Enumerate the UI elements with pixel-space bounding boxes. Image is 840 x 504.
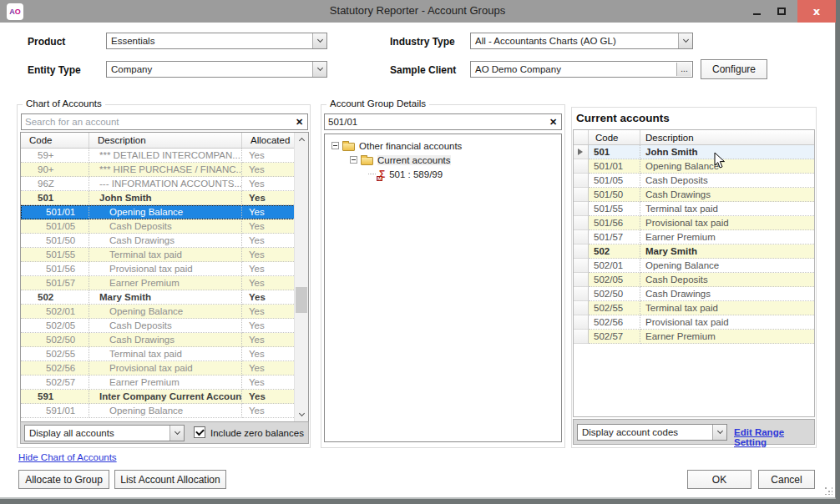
row-selector[interactable] bbox=[574, 330, 589, 344]
configure-button[interactable]: Configure bbox=[701, 59, 767, 79]
product-select[interactable]: Essentials bbox=[106, 33, 327, 49]
table-row[interactable]: 591Inter Company Current Accoun...Yes bbox=[21, 390, 308, 404]
table-row[interactable]: 501/05Cash DepositsYes bbox=[21, 219, 308, 234]
row-selector[interactable] bbox=[574, 273, 589, 287]
table-row[interactable]: 501/01Opening BalanceYes bbox=[21, 205, 308, 219]
cell-description: Terminal tax paid bbox=[89, 347, 242, 361]
sample-client-field[interactable]: AO Demo Company ... bbox=[470, 61, 693, 78]
allocate-to-group-button[interactable]: Allocate to Group bbox=[18, 470, 109, 489]
hide-chart-of-accounts-link[interactable]: Hide Chart of Accounts bbox=[18, 452, 117, 462]
row-selector[interactable] bbox=[574, 159, 589, 174]
ok-button[interactable]: OK bbox=[687, 470, 751, 489]
resize-grip[interactable] bbox=[824, 486, 832, 495]
row-selector[interactable] bbox=[574, 202, 589, 216]
column-header-allocated[interactable]: Allocated bbox=[242, 133, 294, 148]
vertical-scrollbar[interactable] bbox=[294, 133, 308, 421]
table-row[interactable]: 501/56Provisional tax paidYes bbox=[21, 262, 308, 276]
clear-filter-icon[interactable]: ✕ bbox=[546, 115, 560, 129]
cell-code: 502/55 bbox=[589, 301, 640, 315]
row-selector[interactable] bbox=[574, 259, 589, 273]
table-row[interactable]: 502/01Opening BalanceYes bbox=[21, 305, 308, 319]
row-selector[interactable] bbox=[574, 315, 589, 330]
table-row[interactable]: 501/55Terminal tax paidYes bbox=[21, 248, 308, 262]
edit-range-setting-link[interactable]: Edit Range Setting bbox=[734, 427, 814, 447]
table-row[interactable]: 502/01Opening Balance bbox=[574, 259, 814, 273]
table-row[interactable]: 501/05Cash Deposits bbox=[574, 174, 814, 188]
industry-type-select[interactable]: All - Accountants Charts (AO GL) bbox=[470, 33, 693, 49]
table-row[interactable]: 502/05Cash Deposits bbox=[574, 273, 814, 287]
column-header-description[interactable]: Description bbox=[640, 130, 814, 144]
table-row[interactable]: 502/57Earner Premium bbox=[574, 330, 814, 344]
row-selector[interactable] bbox=[574, 188, 589, 202]
account-search-box[interactable]: ✕ bbox=[21, 113, 308, 130]
cell-code: 502/57 bbox=[21, 375, 89, 390]
cell-code: 502/57 bbox=[589, 330, 640, 344]
group-filter-box[interactable]: ✕ bbox=[324, 113, 562, 130]
table-row[interactable]: 501/50Cash Drawings bbox=[574, 188, 814, 202]
table-row[interactable]: 501/50Cash DrawingsYes bbox=[21, 234, 308, 248]
scrollbar-thumb[interactable] bbox=[296, 287, 307, 313]
row-selector[interactable] bbox=[574, 230, 589, 244]
table-row[interactable]: 501/57Earner Premium bbox=[574, 230, 814, 244]
group-filter-input[interactable] bbox=[328, 115, 544, 129]
row-selector-current[interactable] bbox=[574, 145, 589, 159]
account-group-tree: Other financial accountsCurrent accounts… bbox=[324, 134, 562, 442]
row-selector[interactable] bbox=[574, 216, 589, 230]
display-account-codes-select[interactable]: Display account codes bbox=[577, 424, 727, 441]
table-row[interactable]: 502/50Cash DrawingsYes bbox=[21, 333, 308, 347]
product-dropdown-button[interactable] bbox=[312, 33, 326, 48]
scroll-up-button[interactable] bbox=[295, 133, 308, 146]
clear-search-icon[interactable]: ✕ bbox=[292, 115, 306, 129]
tree-item[interactable]: ΣM501 : 589/99 bbox=[325, 167, 561, 181]
entity-type-select[interactable]: Company bbox=[106, 61, 327, 78]
table-row[interactable]: 502/55Terminal tax paid bbox=[574, 301, 814, 315]
include-zero-balances-checkbox[interactable] bbox=[194, 426, 205, 438]
table-row[interactable]: 502/56Provisional tax paid bbox=[574, 315, 814, 330]
cell-allocated: Yes bbox=[242, 262, 294, 276]
minimize-button[interactable] bbox=[746, 0, 767, 23]
row-selector[interactable] bbox=[574, 244, 589, 259]
tree-item[interactable]: Current accounts bbox=[325, 153, 561, 167]
row-selector[interactable] bbox=[574, 301, 589, 315]
display-accounts-dropdown-button[interactable] bbox=[170, 426, 184, 441]
cancel-button[interactable]: Cancel bbox=[758, 470, 815, 489]
table-row[interactable]: 502/55Terminal tax paidYes bbox=[21, 347, 308, 361]
table-row[interactable]: 501John SmithYes bbox=[21, 191, 308, 205]
display-accounts-select[interactable]: Display all accounts bbox=[24, 425, 185, 441]
row-selector[interactable] bbox=[574, 287, 589, 301]
table-row[interactable]: 591/01Opening BalanceYes bbox=[21, 404, 308, 418]
display-account-codes-dropdown-button[interactable] bbox=[712, 425, 726, 440]
tree-item[interactable]: Other financial accounts bbox=[325, 139, 561, 153]
titlebar[interactable]: AO Statutory Reporter - Account Groups x bbox=[0, 0, 835, 23]
cell-description: Terminal tax paid bbox=[640, 202, 814, 216]
collapse-icon[interactable] bbox=[350, 156, 357, 164]
table-row[interactable]: 96Z--- INFORMATION ACCOUNTS...Yes bbox=[21, 177, 308, 191]
table-row[interactable]: 502/57Earner PremiumYes bbox=[21, 375, 308, 390]
table-row[interactable]: 501/55Terminal tax paid bbox=[574, 202, 814, 216]
industry-type-dropdown-button[interactable] bbox=[678, 33, 692, 48]
close-button[interactable]: x bbox=[797, 0, 836, 23]
entity-type-dropdown-button[interactable] bbox=[312, 62, 326, 77]
row-selector[interactable] bbox=[574, 174, 589, 188]
maximize-button[interactable] bbox=[771, 0, 792, 23]
table-row[interactable]: 501/57Earner PremiumYes bbox=[21, 276, 308, 290]
browse-button[interactable]: ... bbox=[676, 63, 691, 76]
scroll-down-button[interactable] bbox=[295, 408, 308, 421]
collapse-icon[interactable] bbox=[331, 142, 339, 149]
column-header-code[interactable]: Code bbox=[589, 130, 640, 144]
table-row[interactable]: 501/01Opening Balance bbox=[574, 159, 814, 174]
table-row[interactable]: 501John Smith bbox=[574, 145, 814, 159]
column-header-code[interactable]: Code bbox=[21, 133, 89, 148]
table-row[interactable]: 502/50Cash Drawings bbox=[574, 287, 814, 301]
search-input[interactable] bbox=[25, 115, 291, 129]
cell-description: Inter Company Current Accoun... bbox=[89, 390, 242, 404]
column-header-description[interactable]: Description bbox=[89, 133, 242, 148]
table-row[interactable]: 502/56Provisional tax paidYes bbox=[21, 361, 308, 375]
table-row[interactable]: 90+*** HIRE PURCHASE / FINANC...Yes bbox=[21, 163, 308, 177]
table-row[interactable]: 502Mary Smith bbox=[574, 244, 814, 259]
table-row[interactable]: 501/56Provisional tax paid bbox=[574, 216, 814, 230]
table-row[interactable]: 502Mary SmithYes bbox=[21, 290, 308, 305]
table-row[interactable]: 59+*** DETAILED INTERCOMPAN...Yes bbox=[21, 149, 308, 163]
list-account-allocation-button[interactable]: List Account Allocation bbox=[114, 470, 226, 489]
table-row[interactable]: 502/05Cash DepositsYes bbox=[21, 319, 308, 333]
